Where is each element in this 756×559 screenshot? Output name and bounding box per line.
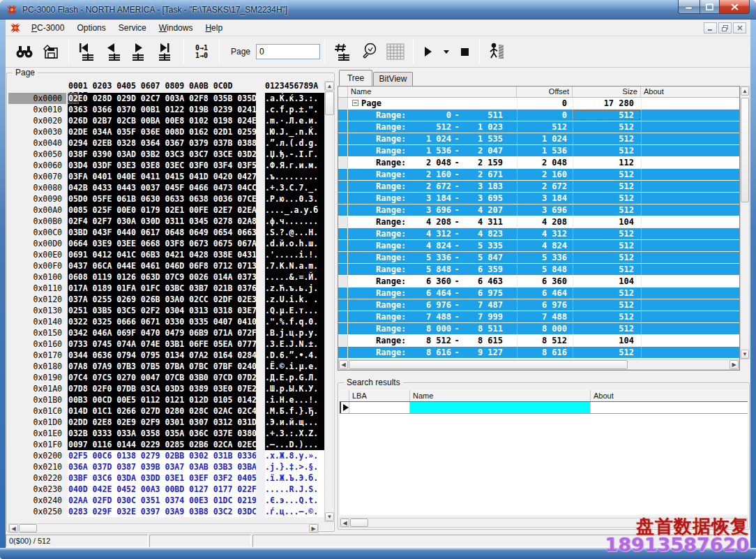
- scroll-left-icon[interactable]: ◀: [340, 519, 349, 527]
- tree-row-range[interactable]: Range:6 976-7 4876 976512: [338, 299, 739, 311]
- hex-row[interactable]: 0x01F00097 0116 0144 0229 0285 02B6 02CA…: [8, 439, 324, 450]
- hex-row[interactable]: 0x00F00437 06CA 044E 0461 046D 06F8 0712…: [8, 260, 324, 271]
- scroll-left-icon[interactable]: ◀: [9, 524, 18, 532]
- last-page-button[interactable]: [154, 40, 178, 64]
- prev-page-button[interactable]: [101, 40, 125, 64]
- goto-number-button[interactable]: [331, 40, 354, 64]
- tree-row-range[interactable]: Range:8 512-8 6158 512104: [338, 335, 739, 347]
- close-button[interactable]: [720, 0, 750, 14]
- tree-row-range[interactable]: Range:5 336-5 8475 336512: [338, 252, 739, 264]
- tree-row-range[interactable]: Range:6 464-6 9756 464512: [338, 288, 739, 299]
- tree-row-range[interactable]: Range:2 048-2 1592 048112: [338, 157, 739, 169]
- start-options-button[interactable]: [440, 40, 453, 64]
- hex-row[interactable]: 0x00E00691 0412 041C 06B3 0421 0428 038E…: [8, 249, 324, 260]
- first-page-button[interactable]: [75, 40, 98, 64]
- hex-row[interactable]: 0x00A00085 025F 00E0 0179 02E1 00FE 02E7…: [8, 204, 324, 216]
- tree-row-range[interactable]: Range:8 000-8 5118 000512: [338, 323, 739, 335]
- hex-row[interactable]: 0x024002AA 02FD 030C 0351 0374 00E3 01DC…: [8, 495, 324, 506]
- column-header-about[interactable]: About: [590, 390, 748, 401]
- tree-row-page[interactable]: −Page017 280: [338, 98, 739, 110]
- hex-row[interactable]: 0x009005D0 05FE 061B 0630 0633 0638 0036…: [8, 193, 324, 204]
- scroll-right-icon[interactable]: ▶: [309, 524, 318, 532]
- hex-row[interactable]: 0x0050038F 0390 03AD 03B2 03C3 03C7 03CE…: [8, 149, 324, 160]
- title-bar[interactable]: PC-3000 Flash - NORTH AMERICA - [Task - …: [0, 0, 756, 20]
- scroll-thumb[interactable]: [19, 524, 37, 532]
- hex-row[interactable]: 0x020002F5 00C6 0138 0279 02BB 0302 031B…: [8, 450, 324, 461]
- tree-row-range[interactable]: Range:2 672-3 1832 672512: [338, 181, 739, 193]
- tree-row-range[interactable]: Range:4 824-5 3354 824512: [338, 240, 739, 252]
- tab-tree[interactable]: Tree: [339, 70, 372, 86]
- page-number-input[interactable]: [256, 44, 320, 59]
- hex-row[interactable]: 0x02500283 029F 032E 0397 03A9 03B8 03C2…: [8, 506, 324, 517]
- tree-row-range[interactable]: Range:6 360-6 4636 360104: [338, 276, 739, 288]
- scroll-thumb[interactable]: [741, 98, 749, 202]
- scroll-up-icon[interactable]: ▲: [325, 82, 334, 91]
- hex-row[interactable]: 0x0210036A 037D 0387 039B 03A7 03AB 03B3…: [8, 461, 324, 472]
- hex-row[interactable]: 0x01C0014D 01C1 0266 027D 0280 028C 02AC…: [8, 405, 324, 417]
- hex-row[interactable]: 0x0110017A 0189 01FA 01FC 03BC 03B7 021B…: [8, 283, 324, 294]
- hex-row[interactable]: 0x018007A8 07A9 07B3 07B5 07BA 07BC 07BF…: [8, 361, 324, 372]
- column-header-name[interactable]: Name: [409, 390, 590, 401]
- tree-row-range[interactable]: Range:8 616-9 1278 616512: [338, 347, 739, 359]
- start-button[interactable]: [419, 40, 437, 64]
- hex-horizontal-scrollbar[interactable]: ◀ ▶: [8, 523, 319, 533]
- hex-row[interactable]: 0x01E0032B 0333 033A 0358 035A 036C 037E…: [8, 428, 324, 439]
- tree-row-range[interactable]: Range:512-1 023512512: [338, 121, 739, 133]
- hex-row[interactable]: 0x01400322 0325 0666 0671 0330 0335 0407…: [8, 316, 324, 327]
- hex-row[interactable]: 0x00B002F4 02F7 030A 030D 0311 0345 0278…: [8, 216, 324, 227]
- tree-row-range[interactable]: Range:0-5110512: [338, 110, 739, 121]
- exit-task-button[interactable]: [485, 40, 509, 64]
- hex-row[interactable]: 0x003002DE 034A 035F 036E 008D 0162 02D1…: [8, 126, 324, 137]
- hex-row[interactable]: 0x007003FA 0401 040E 0411 0415 041D 0420…: [8, 171, 324, 182]
- save-page-button[interactable]: [39, 40, 63, 64]
- menu-item-windows[interactable]: Windows: [153, 21, 199, 35]
- menu-item-pc3000[interactable]: PC-3000: [25, 21, 70, 35]
- hex-row[interactable]: 0x01B000B3 00CD 00E5 0112 0121 012D 0105…: [8, 394, 324, 405]
- menu-item-help[interactable]: Help: [199, 21, 229, 35]
- name-cell-selected[interactable]: [409, 402, 590, 413]
- tree-row-range[interactable]: Range:2 160-2 6712 160512: [338, 169, 739, 181]
- scroll-down-icon[interactable]: ▼: [325, 512, 334, 521]
- scroll-up-icon[interactable]: ▲: [741, 87, 749, 96]
- mdi-child-icon[interactable]: [10, 22, 21, 33]
- column-header-size[interactable]: Size: [573, 87, 641, 97]
- menu-item-service[interactable]: Service: [112, 21, 153, 35]
- hex-row[interactable]: 0x022003BF 03C6 03DA 03DD 03E1 03EF 03F2…: [8, 472, 324, 484]
- scroll-thumb[interactable]: [349, 360, 628, 369]
- collapse-expander-icon[interactable]: −: [352, 100, 358, 106]
- analyze-button[interactable]: [357, 40, 381, 64]
- scroll-thumb[interactable]: [350, 519, 368, 527]
- hex-row[interactable]: 0x00100363 0366 0370 00B1 0122 019B 0239…: [8, 104, 324, 115]
- tree-row-range[interactable]: Range:7 488-7 9997 488512: [338, 311, 739, 323]
- hex-row[interactable]: 0x00400294 02EB 0328 0364 0367 0379 037B…: [8, 137, 324, 149]
- hex-row[interactable]: 0x006003D4 03DF 03E3 03E8 03EC 03F0 03F4…: [8, 160, 324, 171]
- mdi-restore-button[interactable]: [718, 22, 732, 33]
- stop-button[interactable]: [455, 40, 474, 64]
- hex-row[interactable]: 0x0120037A 0255 0269 026B 03A0 02CC 02DF…: [8, 294, 324, 305]
- hex-row[interactable]: 0x01000608 0119 0126 063D 07C9 0026 014A…: [8, 271, 324, 283]
- hex-row[interactable]: 0x000002E0 028D 029D 02C7 003A 02F8 035B…: [8, 93, 324, 104]
- invert-bits-button[interactable]: 0→1 1→0: [190, 40, 213, 64]
- hex-row[interactable]: 0x01500342 046A 069F 0470 0479 06B9 071A…: [8, 327, 324, 338]
- raw-grid-button[interactable]: [384, 40, 407, 64]
- menu-item-options[interactable]: Options: [70, 21, 112, 35]
- tree-vertical-scrollbar[interactable]: ▲ ▼: [740, 86, 750, 359]
- hex-row[interactable]: 0x01D002DD 02E8 02E9 02F9 0301 0307 0312…: [8, 417, 324, 428]
- tab-bitview[interactable]: BitView: [373, 72, 413, 86]
- tree-row-range[interactable]: Range:1 024-1 5351 024512: [338, 133, 739, 145]
- tree-row-range[interactable]: Range:3 696-4 2073 696512: [338, 204, 739, 216]
- hex-row[interactable]: 0x0230040D 042E 0452 00A3 00BD 0127 0177…: [8, 484, 324, 495]
- scroll-left-icon[interactable]: ◀: [339, 360, 348, 369]
- column-header-name[interactable]: Name: [348, 87, 517, 97]
- minimize-button[interactable]: [678, 0, 700, 14]
- hex-row[interactable]: 0x01700344 0636 0794 0795 0134 07A2 0164…: [8, 350, 324, 361]
- scroll-right-icon[interactable]: ▶: [729, 360, 739, 369]
- restore-button[interactable]: [700, 0, 720, 14]
- mdi-minimize-button[interactable]: [704, 22, 717, 33]
- hex-row[interactable]: 0x019007C4 07C5 0270 0047 07CB 03B0 07CD…: [8, 372, 324, 383]
- column-header-offset[interactable]: Offset: [517, 87, 573, 97]
- hex-row[interactable]: 0x0080042B 0433 0443 0037 045F 0466 0473…: [8, 182, 324, 193]
- hex-row[interactable]: 0x00D00664 03E9 03EE 0668 03F8 0673 0675…: [8, 238, 324, 249]
- search-horizontal-scrollbar[interactable]: ◀: [340, 518, 748, 528]
- tree-horizontal-scrollbar[interactable]: ◀ ▶: [338, 359, 739, 370]
